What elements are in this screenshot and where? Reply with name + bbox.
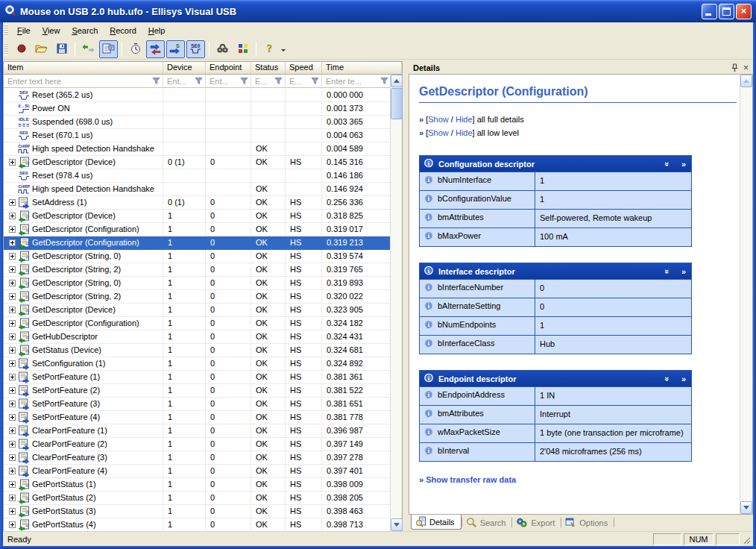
menu-help[interactable]: Help (142, 25, 171, 37)
expand-plus-icon[interactable] (9, 521, 16, 528)
toolbar-timer-button[interactable] (126, 40, 145, 58)
filter-cell-endpoint[interactable]: Ent... (206, 75, 251, 87)
expand-plus-icon[interactable] (9, 159, 16, 166)
expand-plus-icon[interactable] (9, 253, 16, 260)
list-row[interactable]: SetPortFeature (4)10OKHS0.381 778 (4, 411, 391, 424)
expand-plus-icon[interactable] (9, 495, 16, 501)
descriptor-header[interactable]: iInterface descriptor»» (420, 263, 691, 279)
scroll-down-button[interactable] (391, 518, 403, 531)
close-button[interactable]: × (736, 4, 752, 19)
scroll-up-button[interactable] (391, 75, 403, 87)
list-row[interactable]: GetPortStatus (2)10OKHS0.398 205 (4, 492, 391, 505)
toolbar-transactions-view-button[interactable] (146, 40, 165, 58)
expand-plus-icon[interactable] (9, 226, 16, 233)
column-header-device[interactable]: Device (163, 62, 206, 75)
filter-cell-speed[interactable]: E... (286, 75, 322, 87)
expand-chevron-icon[interactable]: » (681, 160, 686, 169)
filter-funnel-icon[interactable] (274, 76, 283, 86)
filter-funnel-icon[interactable] (239, 76, 249, 86)
expand-plus-icon[interactable] (9, 414, 16, 421)
list-row[interactable]: ClearPortFeature (1)10OKHS0.396 987 (4, 424, 391, 438)
filter-funnel-icon[interactable] (379, 76, 389, 86)
list-row[interactable]: SE0Reset (670.1 us)0.004 063 (4, 129, 391, 142)
hide-link[interactable]: Hide (456, 128, 473, 137)
expand-plus-icon[interactable] (9, 481, 16, 488)
list-row[interactable]: ClearPortFeature (3)10OKHS0.397 278 (4, 451, 391, 465)
list-row[interactable]: GetDescriptor (String, 0)10OKHS0.319 574 (4, 250, 391, 263)
list-row[interactable]: SetPortFeature (2)10OKHS0.381 522 (4, 384, 391, 398)
expand-chevron-icon[interactable]: » (681, 267, 686, 276)
list-row[interactable]: GetDescriptor (Configuration)10OKHS0.319… (4, 236, 391, 250)
maximize-button[interactable] (719, 4, 734, 19)
expand-plus-icon[interactable] (9, 427, 16, 434)
list-row[interactable]: GetPortStatus (1)10OKHS0.398 009 (4, 478, 391, 492)
column-header-time[interactable]: Time (322, 62, 402, 75)
list-row[interactable]: ClearPortFeature (4)10OKHS0.397 401 (4, 465, 391, 478)
expand-plus-icon[interactable] (9, 441, 16, 448)
list-row[interactable]: 0→SUPower ON0.001 373 (4, 102, 391, 116)
list-row[interactable]: SetPortFeature (3)10OKHS0.381 651 (4, 398, 391, 411)
column-header-item[interactable]: Item (4, 62, 163, 75)
filter-funnel-icon[interactable] (310, 76, 320, 86)
expand-plus-icon[interactable] (9, 468, 16, 474)
descriptor-header[interactable]: iEndpoint descriptor»» (420, 371, 691, 386)
filter-cell-item[interactable]: Enter text here (4, 75, 163, 87)
list-row[interactable]: GetDescriptor (Device)10OKHS0.323 905 (4, 304, 391, 317)
expand-plus-icon[interactable] (9, 374, 16, 380)
expand-plus-icon[interactable] (9, 266, 16, 273)
list-row[interactable]: GetDescriptor (String, 2)10OKHS0.320 022 (4, 290, 391, 304)
list-row[interactable]: CHIRPHigh speed Detection HandshakeOK0.0… (4, 142, 391, 156)
toolbar-grip[interactable] (4, 43, 8, 55)
expand-plus-icon[interactable] (9, 401, 16, 407)
details-scrollbar[interactable] (740, 75, 752, 514)
hide-link[interactable]: Hide (456, 115, 473, 124)
menu-search[interactable]: Search (66, 25, 104, 37)
menu-record[interactable]: Record (104, 25, 142, 37)
menu-view[interactable]: View (37, 25, 66, 37)
list-row[interactable]: IDLESuspended (698.0 us)0.003 365 (4, 116, 391, 129)
filter-cell-device[interactable]: Ent... (163, 75, 206, 87)
menu-grip[interactable] (4, 25, 8, 37)
toolbar-caret-icon[interactable] (280, 43, 287, 56)
expand-plus-icon[interactable] (9, 213, 16, 219)
list-row[interactable]: SE0Reset (978.4 us)0.146 186 (4, 169, 391, 183)
toolbar-record-button[interactable] (12, 40, 31, 58)
collapse-chevron-icon[interactable]: » (663, 269, 672, 273)
list-row[interactable]: GetDescriptor (Configuration)10OKHS0.319… (4, 223, 391, 236)
toolbar-details-view-button[interactable] (99, 40, 118, 58)
expand-plus-icon[interactable] (9, 239, 16, 246)
toolbar-colors-button[interactable] (233, 40, 252, 58)
collapse-chevron-icon[interactable]: » (663, 376, 672, 380)
details-scroll-down-button[interactable] (740, 501, 752, 514)
tab-export[interactable]: Export (512, 515, 561, 530)
list-row[interactable]: SE0Reset (365.2 us)0.000 000 (4, 89, 391, 102)
expand-plus-icon[interactable] (9, 307, 16, 313)
toolbar-save-button[interactable] (52, 40, 71, 58)
list-row[interactable]: SetConfiguration (1)10OKHS0.324 892 (4, 357, 391, 371)
list-scrollbar[interactable] (390, 75, 402, 531)
column-header-endpoint[interactable]: Endpoint (206, 62, 251, 75)
list-row[interactable]: GetDescriptor (Device)10OKHS0.318 825 (4, 210, 391, 223)
list-row[interactable]: GetHubDescriptor10OKHS0.324 431 (4, 330, 391, 344)
toolbar-help-button[interactable]: ? (260, 40, 279, 58)
resize-grip[interactable] (741, 533, 752, 545)
list-row[interactable]: GetDescriptor (Device)0 (1)0OKHS0.145 31… (4, 156, 391, 169)
filter-cell-status[interactable]: E... (251, 75, 286, 87)
list-row[interactable]: SetAddress (1)0 (1)0OKHS0.256 336 (4, 196, 391, 210)
close-panel-icon[interactable]: × (740, 63, 752, 73)
collapse-chevron-icon[interactable]: » (663, 161, 672, 166)
expand-plus-icon[interactable] (9, 293, 16, 300)
list-row[interactable]: GetDescriptor (String, 2)10OKHS0.319 765 (4, 263, 391, 277)
expand-chevron-icon[interactable]: » (681, 374, 686, 383)
list-row[interactable]: ClearPortFeature (2)10OKHS0.397 149 (4, 438, 391, 451)
show-link[interactable]: Show (428, 115, 449, 124)
toolbar-find-button[interactable] (213, 40, 232, 58)
toolbar-navigate-back-button[interactable] (79, 40, 98, 58)
expand-plus-icon[interactable] (9, 333, 16, 340)
list-row[interactable]: GetDescriptor (String, 0)10OKHS0.319 893 (4, 277, 391, 290)
minimize-button[interactable] (702, 4, 717, 19)
expand-plus-icon[interactable] (9, 280, 16, 286)
expand-plus-icon[interactable] (9, 360, 16, 367)
expand-plus-icon[interactable] (9, 320, 16, 327)
tab-search[interactable]: Search (462, 515, 512, 530)
